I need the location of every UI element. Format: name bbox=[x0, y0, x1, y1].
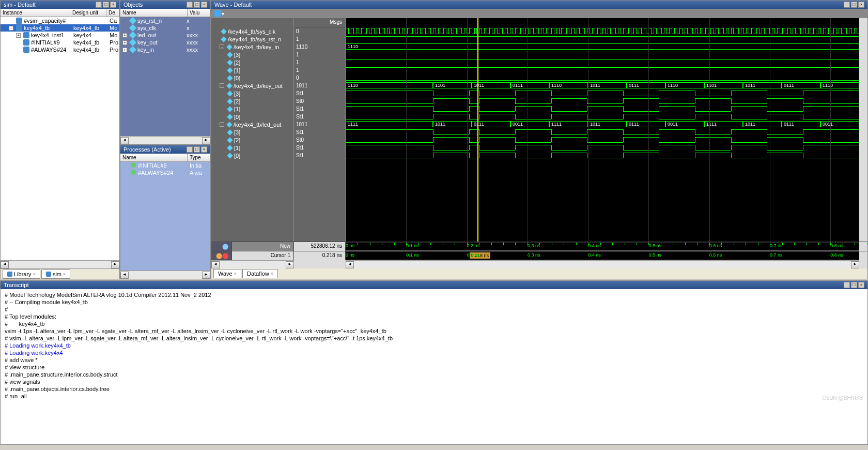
expander-icon[interactable]: - bbox=[220, 44, 224, 49]
panel-close-icon[interactable]: × bbox=[201, 146, 207, 153]
waveform-row[interactable] bbox=[346, 97, 859, 105]
sim-tree-row[interactable]: -key4x4_tbkey4x4_tbMo bbox=[1, 24, 119, 32]
col-name[interactable]: Name bbox=[120, 9, 188, 17]
panel-close-icon[interactable]: × bbox=[110, 2, 116, 8]
col-name[interactable]: Name bbox=[120, 154, 188, 161]
waveform-row[interactable] bbox=[346, 27, 859, 35]
sim-tree-row[interactable]: #INITIAL#9key4x4_tbPro bbox=[1, 39, 119, 46]
sim-tree-row[interactable]: #ALWAYS#24key4x4_tbPro bbox=[1, 46, 119, 53]
waveform-row[interactable] bbox=[346, 136, 859, 144]
tab-wave[interactable]: Wave× bbox=[213, 269, 241, 278]
close-icon[interactable]: × bbox=[63, 272, 66, 277]
wave-signal-row[interactable]: [2] bbox=[211, 136, 293, 144]
panel-close-icon[interactable]: × bbox=[858, 282, 864, 288]
scroll-right-button[interactable]: ► bbox=[111, 261, 119, 268]
wave-signal-row[interactable]: [0] bbox=[211, 113, 293, 121]
sim-tree-row[interactable]: #vsim_capacity#Ca bbox=[1, 17, 119, 24]
waveform-row[interactable] bbox=[346, 89, 859, 97]
expander-icon[interactable]: - bbox=[220, 122, 224, 127]
processes-tree[interactable]: #INITIAL#9Initia#ALWAYS#24Alwa bbox=[120, 162, 210, 271]
wave-signal-row[interactable]: [3] bbox=[211, 89, 293, 97]
cursor-label[interactable]: Cursor 1 bbox=[232, 251, 294, 260]
panel-max-icon[interactable]: □ bbox=[851, 282, 857, 288]
objects-row[interactable]: sys_clkx bbox=[120, 24, 210, 32]
close-icon[interactable]: × bbox=[234, 271, 237, 276]
expander-icon[interactable]: + bbox=[122, 48, 127, 52]
wave-tool-icon[interactable] bbox=[214, 10, 221, 17]
wave-signal-row[interactable]: [2] bbox=[211, 58, 293, 66]
wave-cursor[interactable] bbox=[477, 18, 478, 242]
col-value[interactable]: Valu bbox=[188, 9, 210, 17]
sim-hscroll[interactable]: ◄ ► bbox=[1, 260, 119, 268]
waveform-row[interactable] bbox=[346, 51, 859, 58]
panel-close-icon[interactable]: × bbox=[858, 2, 864, 8]
wave-signal-row[interactable]: -/key4x4_tb/led_out bbox=[211, 121, 293, 128]
wave-signal-row[interactable]: -/key4x4_tb/key_out bbox=[211, 82, 293, 89]
transcript-body[interactable]: # Model Technology ModelSim ALTERA vlog … bbox=[1, 289, 867, 444]
objects-tree[interactable]: sys_rst_nxsys_clkx+led_outxxxx+key_outxx… bbox=[120, 17, 210, 136]
wave-signal-row[interactable]: [0] bbox=[211, 74, 293, 82]
wave-vscroll[interactable] bbox=[859, 18, 867, 242]
col-instance[interactable]: Instance bbox=[1, 9, 70, 17]
wave-signal-row[interactable]: [3] bbox=[211, 51, 293, 58]
close-icon[interactable]: × bbox=[271, 271, 273, 276]
col-type[interactable]: Type bbox=[188, 154, 210, 161]
panel-pin-icon[interactable] bbox=[187, 146, 193, 153]
expander-icon[interactable]: + bbox=[16, 33, 21, 38]
waveform-row[interactable] bbox=[346, 144, 859, 152]
process-row[interactable]: #INITIAL#9Initia bbox=[120, 162, 210, 169]
waveform-row[interactable] bbox=[346, 128, 859, 136]
wave-signal-row[interactable]: /key4x4_tb/sys_clk bbox=[211, 27, 293, 35]
objects-row[interactable]: sys_rst_nx bbox=[120, 17, 210, 24]
waveform-row[interactable] bbox=[346, 105, 859, 113]
panel-max-icon[interactable]: □ bbox=[851, 2, 857, 8]
waveform-area[interactable]: 1110111011011011011111101011011111101101… bbox=[346, 18, 859, 242]
expander-icon[interactable]: - bbox=[9, 26, 13, 31]
wave-signal-row[interactable]: [0] bbox=[211, 152, 293, 159]
wave-hscroll[interactable]: ◄► bbox=[346, 260, 859, 268]
panel-pin-icon[interactable] bbox=[187, 2, 193, 8]
panel-max-icon[interactable]: □ bbox=[103, 2, 109, 8]
wave-signal-row[interactable]: [1] bbox=[211, 144, 293, 152]
waveform-row[interactable] bbox=[346, 66, 859, 74]
expander-icon[interactable]: + bbox=[122, 33, 127, 38]
scroll-left-button[interactable]: ◄ bbox=[1, 261, 9, 268]
objects-row[interactable]: +led_outxxxx bbox=[120, 32, 210, 39]
expander-icon[interactable]: - bbox=[220, 83, 224, 88]
col-design-unit[interactable]: Design unit bbox=[70, 9, 106, 17]
panel-max-icon[interactable]: □ bbox=[194, 146, 200, 153]
wave-signal-row[interactable]: [2] bbox=[211, 97, 293, 105]
objects-row[interactable]: +key_inxxxx bbox=[120, 46, 210, 53]
expander-icon[interactable]: + bbox=[122, 40, 127, 45]
tab-library[interactable]: Library× bbox=[3, 269, 40, 279]
wave-time-ruler-cursor[interactable]: 0.218 ns 0 ns0.1 ns0.2 ns0.3 ns0.4 ns0.5… bbox=[346, 251, 859, 260]
panel-pin-icon[interactable] bbox=[844, 2, 850, 8]
tab-dataflow[interactable]: Dataflow× bbox=[242, 269, 278, 278]
panel-close-icon[interactable]: × bbox=[201, 2, 207, 8]
wave-signal-row[interactable]: [1] bbox=[211, 105, 293, 113]
wave-signal-row[interactable]: [3] bbox=[211, 128, 293, 136]
sim-tree[interactable]: #vsim_capacity#Ca-key4x4_tbkey4x4_tbMo+k… bbox=[1, 17, 119, 260]
objects-hscroll[interactable]: ◄► bbox=[120, 136, 210, 144]
processes-hscroll[interactable]: ◄► bbox=[120, 271, 210, 279]
waveform-row[interactable] bbox=[346, 113, 859, 121]
wave-signal-row[interactable]: [1] bbox=[211, 66, 293, 74]
waveform-row[interactable] bbox=[346, 74, 859, 82]
panel-pin-icon[interactable] bbox=[844, 282, 850, 288]
sim-tree-row[interactable]: +key4x4_inst1key4x4Mo bbox=[1, 32, 119, 39]
cursor-value[interactable]: 0.218 ns bbox=[294, 251, 346, 260]
panel-pin-icon[interactable] bbox=[96, 2, 102, 8]
panel-max-icon[interactable]: □ bbox=[194, 2, 200, 8]
waveform-row[interactable] bbox=[346, 58, 859, 66]
close-icon[interactable]: × bbox=[33, 272, 36, 277]
waveform-row[interactable]: 1110 bbox=[346, 43, 859, 51]
wave-signal-row[interactable]: /key4x4_tb/sys_rst_n bbox=[211, 35, 293, 43]
objects-row[interactable]: +key_outxxxx bbox=[120, 39, 210, 46]
waveform-row[interactable] bbox=[346, 152, 859, 159]
col-design-type[interactable]: De bbox=[106, 9, 119, 17]
waveform-row[interactable]: 1110110110110111111010110111111011011011… bbox=[346, 82, 859, 89]
tab-sim[interactable]: sim× bbox=[41, 269, 70, 279]
process-row[interactable]: #ALWAYS#24Alwa bbox=[120, 169, 210, 176]
wave-signal-names[interactable]: /key4x4_tb/sys_clk/key4x4_tb/sys_rst_n-/… bbox=[211, 18, 294, 242]
waveform-row[interactable] bbox=[346, 35, 859, 43]
